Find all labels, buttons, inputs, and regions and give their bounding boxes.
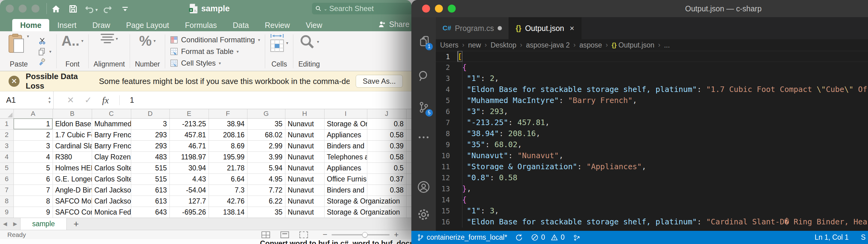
cell-J1[interactable]: 0.8 [367,118,406,129]
redo-icon[interactable] [103,4,113,14]
add-sheet-button[interactable]: + [67,219,86,229]
cell-empty[interactable] [406,152,411,162]
format-as-table-dropdown-icon[interactable]: ▾ [237,49,239,54]
cell-E7[interactable]: -54.04 [169,185,209,195]
copy-button[interactable]: ▾ [38,47,51,56]
close-button[interactable] [422,5,430,12]
search-scope-dropdown-icon[interactable]: ⌄ [323,6,328,11]
column-header-H[interactable]: H [285,109,324,118]
cell-G8[interactable]: 6.22 [247,195,285,207]
editing-dropdown-icon[interactable]: ▾ [317,39,319,44]
cell-I9[interactable]: Storage & Organization [324,207,367,218]
cell-I1[interactable]: Storage & Or [324,118,367,129]
column-header-J[interactable]: J [367,109,406,118]
cell-G4[interactable]: 3.99 [247,152,285,162]
number-group[interactable]: %▾ Number [131,33,164,70]
search-icon[interactable] [411,66,436,86]
confirm-entry-icon[interactable]: ✓ [85,95,91,105]
cell-B3[interactable]: Cardinal Slan [53,140,92,152]
cell-A2[interactable]: 2 [13,129,53,140]
row-header-5[interactable]: 5 [0,162,13,173]
cell-A7[interactable]: 7 [13,185,53,195]
source-control-icon[interactable]: 5 [411,98,436,117]
cell-J7[interactable]: 0.38 [367,185,406,195]
modified-indicator[interactable] [498,26,502,30]
code-line-11[interactable]: 11 "Storage & Organization": "Appliances… [436,161,868,172]
cell-E5[interactable]: 30.94 [169,162,209,173]
branch-selector[interactable]: containerize_forms_local* [417,233,507,242]
row-header-4[interactable]: 4 [0,152,13,162]
cursor-position[interactable]: Ln 1, Col 1 [814,233,848,242]
code-line-12[interactable]: 12 "0.8": 0.58 [436,172,868,183]
cell-A5[interactable]: 5 [13,162,53,173]
cell-H2[interactable]: Nunavut [285,129,324,140]
breadcrumb-item--[interactable]: ... [664,41,670,49]
cell-G3[interactable]: 2.99 [247,140,285,152]
undo-icon[interactable] [84,4,94,14]
cell-D9[interactable]: 643 [131,207,169,218]
cell-I5[interactable]: Appliances [324,162,367,173]
cell-empty[interactable] [406,118,411,129]
ribbon-tab-review[interactable]: Review [257,19,298,31]
cell-C4[interactable]: Clay Rozenda [92,152,131,162]
ribbon-customize-icon[interactable] [120,4,130,14]
cell-E6[interactable]: 4.43 [169,173,209,185]
save-icon[interactable] [68,4,78,14]
cell-A9[interactable]: 9 [13,207,53,218]
select-all-corner[interactable] [0,109,13,118]
cell-empty[interactable] [406,207,411,218]
cell-C9[interactable]: Monica Fede [92,207,131,218]
tab-output-json[interactable]: {} Output.json × [509,17,582,39]
cell-H4[interactable]: Nunavut [285,152,324,162]
row-header-1[interactable]: 1 [0,118,13,129]
column-header-I[interactable]: I [324,109,367,118]
code-line-16[interactable]: 16 "Eldon Base for stackable storage she… [436,216,868,227]
code-line-8[interactable]: 8 "38.94": 208.16, [436,128,868,139]
cancel-entry-icon[interactable]: ✕ [67,95,74,105]
more-actions-icon[interactable] [411,128,436,147]
cell-D1[interactable]: 3 [131,118,169,129]
column-header-E[interactable]: E [169,109,209,118]
cell-F6[interactable]: 6.64 [209,173,247,185]
cell-I7[interactable]: Binders and [324,185,367,195]
launch-button[interactable] [572,234,581,242]
zoom-out-button[interactable]: − [323,230,327,239]
column-header-D[interactable]: D [131,109,169,118]
cell-I6[interactable]: Office Furnis [324,173,367,185]
cell-C5[interactable]: Carlos Solter [92,162,131,173]
paste-dropdown-icon[interactable]: ▾ [27,34,29,38]
cell-A6[interactable]: 6 [13,173,53,185]
cell-G6[interactable]: 4.95 [247,173,285,185]
copy-dropdown-icon[interactable]: ▾ [49,49,51,54]
breadcrumb-item-output-json[interactable]: {}Output.json [612,41,654,49]
conditional-formatting-dropdown-icon[interactable]: ▾ [258,37,260,42]
name-box[interactable]: A1 ▲▼ [0,91,54,109]
close-button[interactable] [6,5,14,12]
column-header-A[interactable]: A [13,109,53,118]
cell-C3[interactable]: Barry French [92,140,131,152]
problems-indicator[interactable]: 0 0 [531,233,565,242]
minimize-button[interactable] [435,5,443,12]
column-header-G[interactable]: G [247,109,285,118]
cell-D3[interactable]: 293 [131,140,169,152]
sheet-next-icon[interactable]: ▶ [10,221,20,227]
code-line-1[interactable]: 1[ [436,51,868,62]
row-header-8[interactable]: 8 [0,195,13,207]
format-as-table-button[interactable]: Format as Table ▾ [170,47,260,56]
clipped-status-item[interactable]: S [861,233,866,242]
zoom-button[interactable] [448,5,456,12]
warning-close-icon[interactable]: ✕ [8,76,20,87]
cell-I8[interactable]: Storage & Organization [324,195,367,207]
cell-F3[interactable]: 8.69 [209,140,247,152]
ribbon-tab-page-layout[interactable]: Page Layout [118,19,177,31]
cell-A3[interactable]: 3 [13,140,53,152]
cell-F7[interactable]: 7.3 [209,185,247,195]
cells-group[interactable]: ▾ Cells [266,33,292,70]
close-tab-icon[interactable]: × [568,24,574,33]
cell-G7[interactable]: 7.72 [247,185,285,195]
cell-G1[interactable]: 35 [247,118,285,129]
code-line-5[interactable]: 5 "Muhammed MacIntyre": "Barry French", [436,95,868,106]
cell-G9[interactable]: 35 [247,207,285,218]
paste-button[interactable] [8,34,25,54]
cell-F9[interactable]: 138.14 [209,207,247,218]
